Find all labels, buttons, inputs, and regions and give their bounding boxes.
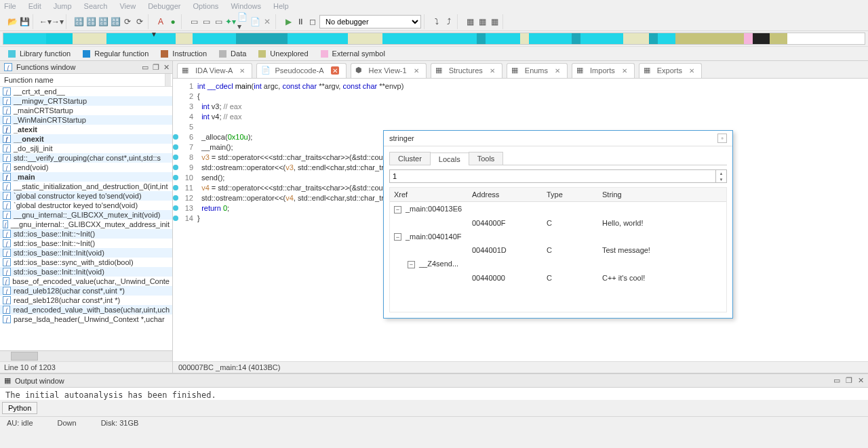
function-row[interactable]: fstd::ios_base::Init::~Init()	[0, 239, 172, 248]
col-type[interactable]: Type	[542, 188, 598, 201]
function-row[interactable]: f__onexit	[0, 134, 172, 144]
col-xref[interactable]: Xref	[390, 188, 468, 201]
close-icon[interactable]: ✕	[414, 67, 419, 75]
breakpoint-gutter[interactable]	[173, 152, 181, 163]
function-row[interactable]: f__crt_xt_end__	[0, 87, 172, 96]
function-row[interactable]: fread_encoded_value_with_base(uchar,uint…	[0, 305, 172, 314]
restore-icon[interactable]: ▭	[833, 376, 840, 385]
function-row[interactable]: f__mingw_CRTStartup	[0, 96, 172, 106]
close-icon[interactable]: ✕	[622, 67, 627, 75]
table-row[interactable]: −_main:004013E6	[390, 202, 726, 216]
functions-hscroll[interactable]	[0, 350, 172, 361]
function-row[interactable]: fsend(void)	[0, 163, 172, 172]
function-row[interactable]: fstd::ios_base::Init::Init(void)	[0, 248, 172, 258]
tab-tools[interactable]: Tools	[469, 152, 504, 165]
win3-icon[interactable]: ▦	[489, 16, 500, 27]
close-icon[interactable]: ▫	[717, 134, 727, 143]
table-row[interactable]: −__Z4send...	[390, 257, 726, 271]
function-row[interactable]: f_main	[0, 172, 172, 182]
tool-a-icon[interactable]: 🔠	[73, 16, 84, 27]
close-icon[interactable]: ✕	[163, 63, 170, 72]
tab-cluster[interactable]: Cluster	[389, 152, 431, 165]
close-icon[interactable]: ✕	[858, 376, 864, 385]
menu-debugger[interactable]: Debugger	[148, 2, 180, 10]
breakpoint-gutter[interactable]	[173, 203, 181, 213]
code-line[interactable]: 4 int v4; // eax	[173, 112, 868, 122]
box3-icon[interactable]: ▭	[213, 16, 224, 27]
box2-icon[interactable]: ▭	[201, 16, 212, 27]
collapse-icon[interactable]: −	[408, 261, 415, 268]
box1-icon[interactable]: ▭	[189, 16, 199, 27]
menu-file[interactable]: File	[4, 2, 16, 10]
code-line[interactable]: 3 int v3; // eax	[173, 102, 868, 112]
function-row[interactable]: fstd::ios_base::Init::Init(void)	[0, 267, 172, 277]
tab-hex-view-1[interactable]: ⬢Hex View-1✕	[351, 63, 427, 78]
open-icon[interactable]: 📂	[7, 16, 18, 27]
pause-icon[interactable]: ⏸	[295, 16, 306, 27]
col-string[interactable]: String	[598, 188, 726, 201]
function-row[interactable]: f_mainCRTStartup	[0, 106, 172, 115]
menu-view[interactable]: View	[119, 2, 136, 10]
menu-jump[interactable]: Jump	[54, 2, 72, 10]
function-row[interactable]: fparse_lsda_header(_Unwind_Context *,uch…	[0, 314, 172, 324]
navigation-band[interactable]: ▼	[3, 33, 865, 45]
play-icon[interactable]: ▶	[283, 16, 294, 27]
tab-enums[interactable]: ▦Enums✕	[507, 63, 568, 78]
win2-icon[interactable]: ▦	[477, 16, 488, 27]
code-line[interactable]: 1int __cdecl main(int argc, const char *…	[173, 81, 868, 91]
function-row[interactable]: f_do_sjlj_init	[0, 144, 172, 153]
function-row[interactable]: fstd::ios_base::Init::~Init()	[0, 229, 172, 239]
function-row[interactable]: f__static_initialization_and_destruction…	[0, 182, 172, 191]
function-row[interactable]: f_WinMainCRTStartup	[0, 115, 172, 125]
debugger-select[interactable]: No debugger	[319, 15, 421, 28]
menu-search[interactable]: Search	[84, 2, 108, 10]
script-icon[interactable]: 📄▾	[237, 16, 248, 27]
breakpoint-gutter[interactable]	[173, 112, 181, 122]
menu-help[interactable]: Help	[273, 2, 289, 10]
breakpoint-gutter[interactable]	[173, 122, 181, 132]
record-icon[interactable]: ●	[167, 16, 178, 27]
breakpoint-gutter[interactable]	[173, 91, 181, 102]
cancel-icon[interactable]: ✕	[262, 16, 273, 27]
python-button[interactable]: Python	[2, 402, 37, 414]
star-icon[interactable]: ✦▾	[225, 16, 236, 27]
breakpoint-gutter[interactable]	[173, 132, 181, 142]
breakpoint-gutter[interactable]	[173, 163, 181, 173]
functions-col-header[interactable]: Function name	[0, 74, 172, 87]
restore-icon[interactable]: ▭	[142, 63, 149, 72]
menu-edit[interactable]: Edit	[28, 2, 41, 10]
function-row[interactable]: fbase_of_encoded_value(uchar,_Unwind_Con…	[0, 277, 172, 286]
function-row[interactable]: f_atexit	[0, 125, 172, 134]
tool-d-icon[interactable]: 🔠	[110, 16, 121, 27]
table-row[interactable]: 0044001DCTest message!	[390, 243, 726, 257]
stringer-titlebar[interactable]: stringer ▫	[384, 131, 732, 146]
table-row[interactable]: −_main:0040140F	[390, 230, 726, 244]
close-icon[interactable]: ✕	[239, 67, 245, 75]
function-row[interactable]: f`global destructor keyed to'send(void)	[0, 201, 172, 210]
tab-ida-view-a[interactable]: ▦IDA View-A✕	[177, 63, 252, 78]
collapse-icon[interactable]: −	[394, 206, 401, 213]
code-line[interactable]: 2{	[173, 91, 868, 102]
tab-locals[interactable]: Locals	[430, 152, 469, 165]
stringer-window[interactable]: stringer ▫ Cluster Locals Tools ▲▼ Xref …	[383, 130, 733, 319]
close-icon[interactable]: ✕	[689, 67, 694, 75]
breakpoint-gutter[interactable]	[173, 193, 181, 203]
maximize-icon[interactable]: ❐	[846, 376, 852, 385]
functions-list[interactable]: f__crt_xt_end__f__mingw_CRTStartupf_main…	[0, 87, 172, 350]
tool-b-icon[interactable]: 🔠	[85, 16, 96, 27]
table-row[interactable]: 0044000FCHello, world!	[390, 216, 726, 230]
close-icon[interactable]: ✕	[331, 66, 339, 75]
breakpoint-gutter[interactable]	[173, 173, 181, 183]
function-row[interactable]: f__gnu_internal::_GLIBCXX_mutex_address_…	[0, 220, 172, 229]
step-icon[interactable]: ⤵	[431, 16, 442, 27]
back-icon[interactable]: ←▾	[40, 16, 51, 27]
tool-f-icon[interactable]: ⟳	[134, 16, 145, 27]
search-input[interactable]	[389, 169, 716, 183]
tab-pseudocode-a[interactable]: 📄Pseudocode-A✕	[256, 63, 346, 78]
close-icon[interactable]: ✕	[555, 67, 560, 75]
function-row[interactable]: fread_uleb128(uchar const*,uint *)	[0, 286, 172, 296]
menu-windows[interactable]: Windows	[231, 2, 261, 10]
tab-structures[interactable]: ▦Structures✕	[431, 63, 502, 78]
refresh-icon[interactable]: ⟳	[122, 16, 133, 27]
breakpoint-gutter[interactable]	[173, 102, 181, 112]
